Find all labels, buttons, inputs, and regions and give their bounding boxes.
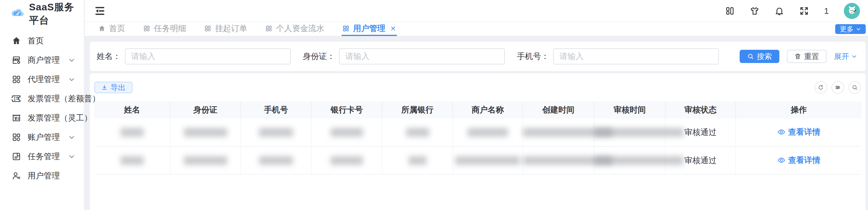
name-input[interactable] (125, 48, 291, 64)
sidebar-item-label: 账户管理 (28, 132, 60, 143)
tab-pending-orders[interactable]: 挂起订单 (204, 22, 248, 36)
chevron-down-icon (68, 76, 75, 83)
eye-icon (777, 128, 785, 136)
cloud-logo-icon (11, 7, 25, 20)
sidebar-item-account[interactable]: 账户管理 (0, 128, 84, 147)
refresh-button[interactable] (814, 81, 827, 94)
tab-personal-funds[interactable]: 个人资金流水 (265, 22, 325, 36)
col-bankcard: 银行卡号 (311, 101, 382, 118)
trash-icon (794, 53, 801, 60)
header-count-badge: 1 (824, 6, 829, 16)
filter-actions: 搜索 重置 展开 (740, 50, 857, 63)
name-field-label: 姓名： (97, 51, 121, 62)
sidebar-item-invoice-flex[interactable]: 发票管理（灵工） (0, 108, 84, 128)
cell-merchant (453, 146, 523, 174)
status-text: 审核通过 (684, 156, 717, 165)
column-search-button[interactable] (848, 81, 861, 94)
grid-icon (11, 132, 21, 142)
receipt-icon (11, 113, 21, 123)
sidebar-item-label: 首页 (28, 35, 44, 46)
redacted-value (331, 156, 363, 165)
cell-name (94, 146, 170, 174)
document-icon (11, 151, 21, 162)
cell-bankcard (311, 146, 382, 174)
close-icon[interactable] (390, 25, 396, 32)
sidebar-item-invoice-diff[interactable]: 发票管理（差额普） (0, 89, 84, 108)
layout-grid-icon[interactable] (725, 6, 735, 16)
table-tools (814, 81, 861, 94)
phone-field-group: 手机号： (517, 48, 719, 64)
phone-field-label: 手机号： (517, 51, 549, 62)
chevron-down-icon (68, 153, 75, 160)
filter-panel: 姓名： 身份证： 手机号： 搜索 重置 (90, 42, 866, 71)
header-actions: 1 (725, 3, 860, 19)
sidebar-item-task[interactable]: 任务管理 (0, 147, 84, 166)
cell-idcard (170, 118, 241, 146)
cell-actions: 查看详情 (736, 118, 862, 146)
idcard-input[interactable] (339, 48, 505, 64)
expand-toggle[interactable]: 展开 (834, 51, 857, 62)
sidebar-item-agent[interactable]: 代理管理 (0, 70, 84, 89)
col-created: 创建时间 (523, 101, 594, 118)
table-header-row: 姓名 身份证 手机号 银行卡号 所属银行 商户名称 创建时间 审核时间 审核状态… (94, 101, 862, 118)
cell-bank (382, 118, 453, 146)
sidebar-item-user[interactable]: 用户管理 (0, 166, 84, 185)
table-row: 审核通过 查看详情 (94, 146, 862, 174)
chevron-down-icon (68, 57, 75, 64)
col-phone: 手机号 (241, 101, 311, 118)
chevron-down-icon (856, 27, 861, 32)
sliders-icon (835, 84, 841, 91)
menu-fold-icon[interactable] (94, 5, 105, 17)
app-logo: SaaS服务平台 (0, 0, 84, 21)
tshirt-icon[interactable] (750, 6, 760, 16)
tab-task-detail[interactable]: 任务明细 (143, 22, 187, 36)
page-tabbar: 首页 任务明细 挂起订单 个人资金流水 (85, 22, 868, 37)
export-button[interactable]: 导出 (94, 82, 132, 93)
sidebar-item-home[interactable]: 首页 (0, 31, 84, 50)
more-button[interactable]: 更多 (835, 24, 866, 34)
col-idcard: 身份证 (170, 101, 241, 118)
tab-label: 个人资金流水 (276, 23, 324, 34)
reset-button[interactable]: 重置 (787, 50, 827, 63)
fullscreen-icon[interactable] (799, 6, 809, 16)
redacted-value (594, 156, 684, 165)
redacted-value (409, 156, 427, 165)
download-icon (101, 84, 107, 91)
view-details-link[interactable]: 查看详情 (777, 127, 820, 138)
search-icon (747, 53, 754, 60)
sidebar-item-merchant[interactable]: 商户管理 (0, 50, 84, 70)
redacted-value (455, 156, 520, 165)
tab-home[interactable]: 首页 (98, 22, 126, 36)
sidebar-item-label: 用户管理 (28, 170, 60, 181)
user-avatar[interactable] (844, 3, 860, 19)
user-icon (11, 171, 21, 181)
home-icon (98, 25, 105, 32)
col-merchant: 商户名称 (453, 101, 523, 118)
phone-input[interactable] (553, 48, 719, 64)
shop-icon (11, 55, 21, 65)
chevron-down-icon (68, 134, 75, 141)
col-actions: 操作 (736, 101, 862, 118)
user-table: 姓名 身份证 手机号 银行卡号 所属银行 商户名称 创建时间 审核时间 审核状态… (94, 101, 862, 175)
chevron-down-icon (851, 54, 857, 59)
density-settings-button[interactable] (832, 81, 844, 94)
cell-created (523, 146, 594, 174)
search-button-label: 搜索 (757, 51, 772, 62)
tab-label: 任务明细 (154, 23, 186, 34)
search-icon (851, 84, 858, 91)
tab-user-management[interactable]: 用户管理 (342, 22, 397, 36)
redacted-value (121, 128, 144, 137)
redacted-value (259, 156, 293, 165)
bell-icon[interactable] (774, 6, 784, 16)
table-panel: 导出 (90, 73, 866, 210)
view-details-link[interactable]: 查看详情 (777, 155, 820, 166)
ticket-icon (11, 94, 21, 104)
sidebar-item-label: 发票管理（差额普） (28, 93, 100, 104)
view-details-label: 查看详情 (788, 127, 820, 138)
tab-list: 首页 任务明细 挂起订单 个人资金流水 (98, 22, 397, 36)
sidebar-item-label: 代理管理 (28, 74, 60, 85)
idcard-field-label: 身份证： (303, 51, 335, 62)
search-button[interactable]: 搜索 (740, 50, 779, 63)
cell-phone (241, 118, 311, 146)
redacted-value (184, 156, 227, 165)
